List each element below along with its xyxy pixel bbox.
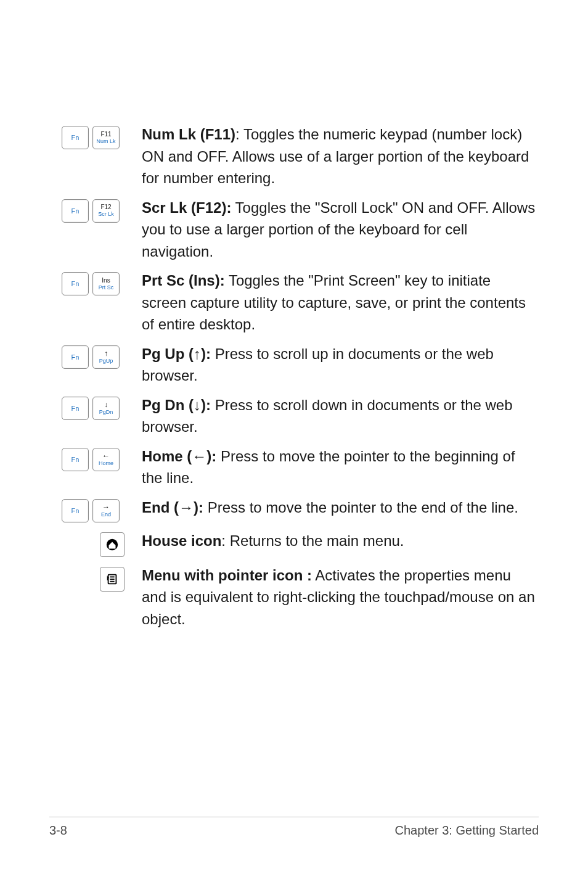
fn-key: Fn [62,397,89,420]
f11-key: F11 Num Lk [92,126,120,149]
chapter-label: Chapter 3: Getting Started [395,823,539,838]
key-bottom-label: Scr Lk [98,212,114,217]
fn-key-label: Fn [71,456,80,463]
pgdn-lead: Pg Dn (↓): [142,397,211,413]
page-number: 3-8 [49,823,67,838]
fn-key: Fn [62,126,89,149]
key-bottom-label: Num Lk [96,139,115,144]
key-top-label: Ins [102,278,110,284]
house-lead: House icon [142,532,221,549]
menu-pointer-icon [105,572,119,586]
key-top-label: F11 [100,131,111,138]
arrow-down-icon: ↓ [104,401,108,408]
pgup-lead: Pg Up (↑): [142,345,211,362]
end-rest: Press to move the pointer to the end of … [203,499,518,516]
arrow-left-icon: ← [102,452,110,460]
fn-key-label: Fn [71,353,80,361]
key-bottom-label: PgDn [99,410,113,415]
key-bottom-label: Prt Sc [99,285,114,291]
fn-key-label: Fn [71,507,80,514]
prtsc-description: Prt Sc (Ins): Toggles the "Print Screen"… [142,270,539,336]
house-icon [105,538,119,551]
arrow-up-icon: ↑ [104,350,108,357]
house-key [100,532,125,557]
fn-key: Fn [62,448,89,471]
numlk-description: Num Lk (F11): Toggles the numeric keypad… [142,123,539,189]
pgup-description: Pg Up (↑): Press to scroll up in documen… [142,343,539,387]
fn-key: Fn [62,345,89,369]
key-bottom-label: Home [99,461,113,466]
prtsc-lead: Prt Sc (Ins): [142,272,225,289]
menu-description: Menu with pointer icon : Activates the p… [142,564,539,630]
scrlk-lead: Scr Lk (F12): [142,199,231,216]
fn-key-label: Fn [71,207,80,215]
end-lead: End (→): [142,499,203,516]
fn-key-label: Fn [71,134,80,141]
fn-key: Fn [62,199,89,223]
end-description: End (→): Press to move the pointer to th… [142,497,539,519]
home-description: Home (←): Press to move the pointer to t… [142,445,539,489]
down-key: ↓ PgDn [92,397,120,420]
menu-key [100,567,125,592]
arrow-right-icon: → [102,503,110,511]
key-bottom-label: PgUp [99,358,113,364]
numlk-lead: Num Lk (F11) [142,126,235,142]
left-key: ← Home [92,448,120,471]
key-bottom-label: End [101,512,111,518]
scrlk-description: Scr Lk (F12): Toggles the "Scroll Lock" … [142,197,539,263]
fn-key: Fn [62,272,89,295]
key-top-label: F12 [100,204,111,210]
menu-lead: Menu with pointer icon : [142,567,312,584]
pgdn-description: Pg Dn (↓): Press to scroll down in docum… [142,394,539,438]
fn-key: Fn [62,499,89,522]
house-rest: : Returns to the main menu. [221,532,404,549]
f12-key: F12 Scr Lk [92,199,120,223]
page-footer: 3-8 Chapter 3: Getting Started [49,817,539,838]
fn-key-label: Fn [71,280,80,287]
fn-key-label: Fn [71,405,80,412]
up-key: ↑ PgUp [92,345,120,369]
ins-key: Ins Prt Sc [92,272,120,295]
home-lead: Home (←): [142,448,216,464]
right-key: → End [92,499,120,522]
house-description: House icon: Returns to the main menu. [142,530,539,552]
